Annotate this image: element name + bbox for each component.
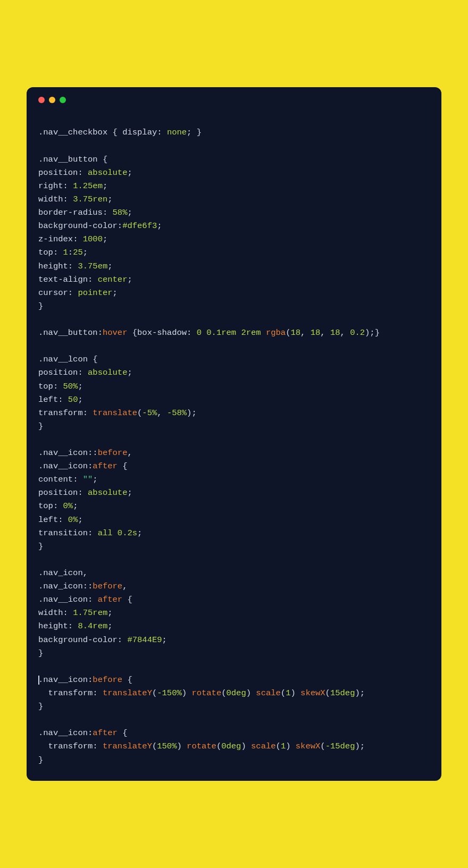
- code-token: after: [93, 461, 118, 471]
- code-line: }: [38, 754, 430, 767]
- code-token: 8.4rem: [78, 621, 107, 631]
- code-token: {: [98, 155, 108, 164]
- code-token: 0deg: [221, 741, 241, 751]
- code-token: translateY: [103, 741, 152, 751]
- code-token: left: [38, 515, 58, 525]
- code-token: rotate: [191, 688, 221, 698]
- code-token: ;: [162, 635, 167, 645]
- code-token: :: [88, 528, 98, 538]
- code-line: background-color: #7844E9;: [38, 634, 430, 647]
- code-token: :: [78, 488, 88, 498]
- code-line: }: [38, 700, 430, 713]
- code-token: skewX: [300, 688, 325, 698]
- code-editor[interactable]: .nav__checkbox { display: none; } .nav__…: [38, 113, 430, 766]
- code-line: cursor: pointer;: [38, 286, 430, 300]
- code-token: :: [58, 515, 68, 525]
- code-token: (: [320, 741, 325, 751]
- code-token: ,: [320, 328, 330, 338]
- code-token: ; }: [187, 128, 202, 137]
- code-line: background-color:#dfe6f3;: [38, 220, 430, 233]
- code-token: .nav__icon: [38, 461, 88, 471]
- code-line: [38, 340, 430, 353]
- code-line: [38, 713, 430, 727]
- code-token: ;: [78, 515, 82, 525]
- code-token: box-shadow: [137, 328, 187, 338]
- code-token: ): [177, 741, 187, 751]
- code-token: {: [88, 355, 98, 364]
- code-token: :: [88, 675, 93, 685]
- code-token: ;: [73, 501, 78, 511]
- code-token: 0%: [63, 501, 73, 511]
- code-line: [38, 553, 430, 567]
- code-token: hover: [103, 328, 128, 338]
- code-token: .nav__lcon: [38, 355, 88, 364]
- code-token: transform: [38, 688, 93, 698]
- code-token: .nav__icon: [38, 595, 88, 604]
- code-token: ;: [127, 168, 132, 178]
- code-line: }: [38, 420, 430, 433]
- code-token: right: [38, 181, 63, 191]
- code-token: ,: [300, 328, 311, 338]
- code-token: ;: [78, 382, 82, 391]
- code-token: 58%: [113, 208, 128, 217]
- code-line: [38, 660, 430, 673]
- code-token: content: [38, 475, 73, 484]
- code-token: position: [38, 168, 78, 178]
- code-token: -150%: [157, 688, 182, 698]
- code-token: ,: [122, 582, 127, 591]
- code-token: ;: [93, 475, 97, 484]
- code-token: top: [38, 248, 53, 257]
- code-line: width: 3.75ren;: [38, 193, 430, 206]
- code-token: #7844E9: [127, 635, 162, 645]
- code-token: -15deg: [325, 741, 355, 751]
- code-token: .nav_icon: [38, 568, 83, 578]
- code-token: ;: [107, 621, 112, 631]
- code-token: :: [88, 461, 93, 471]
- code-token: height: [38, 621, 68, 631]
- code-line: .nav__button {: [38, 153, 430, 166]
- code-token: (: [286, 328, 290, 338]
- code-token: (: [216, 741, 221, 751]
- code-token: ;: [127, 208, 132, 217]
- code-token: );: [355, 741, 365, 751]
- code-token: :: [53, 501, 63, 511]
- code-line: .nav__button:hover {box-shadow: 0 0.1rem…: [38, 326, 430, 340]
- minimize-icon[interactable]: [49, 97, 55, 103]
- code-line: content: "";: [38, 473, 430, 486]
- code-token: 3.75em: [78, 262, 107, 271]
- code-token: transition: [38, 528, 88, 538]
- code-token: 0%: [68, 515, 78, 525]
- code-token: .nav__icon: [38, 675, 88, 685]
- code-token: {: [118, 728, 128, 738]
- code-token: ,: [127, 448, 132, 458]
- code-token: border-radius: [38, 208, 103, 217]
- code-token: );: [355, 688, 365, 698]
- code-token: z-index: [38, 234, 73, 244]
- code-line: transform: translate(-5%, -58%);: [38, 407, 430, 420]
- code-token: :: [103, 208, 113, 217]
- code-token: 0.2s: [118, 528, 137, 538]
- code-token: ;: [107, 608, 112, 618]
- code-token: :: [83, 408, 93, 418]
- code-token: 3.75ren: [73, 195, 107, 204]
- code-token: );}: [365, 328, 380, 338]
- code-token: .nav__checkbox: [38, 128, 107, 137]
- code-token: :: [118, 635, 128, 645]
- code-token: absolute: [88, 368, 127, 377]
- code-token: :: [68, 621, 78, 631]
- code-token: :: [98, 328, 103, 338]
- code-token: (: [152, 688, 157, 698]
- code-line: [38, 313, 430, 326]
- maximize-icon[interactable]: [60, 97, 66, 103]
- code-token: :: [53, 248, 63, 257]
- code-token: .nav__icon: [38, 728, 88, 738]
- code-token: all: [98, 528, 113, 538]
- code-window: .nav__checkbox { display: none; } .nav__…: [27, 87, 441, 780]
- code-token: }: [38, 755, 43, 765]
- close-icon[interactable]: [38, 97, 45, 103]
- code-token: ;: [127, 368, 132, 377]
- code-token: pointer: [78, 288, 112, 298]
- code-token: }: [38, 702, 43, 711]
- code-token: {: [127, 328, 137, 338]
- code-line: left: 50;: [38, 393, 430, 407]
